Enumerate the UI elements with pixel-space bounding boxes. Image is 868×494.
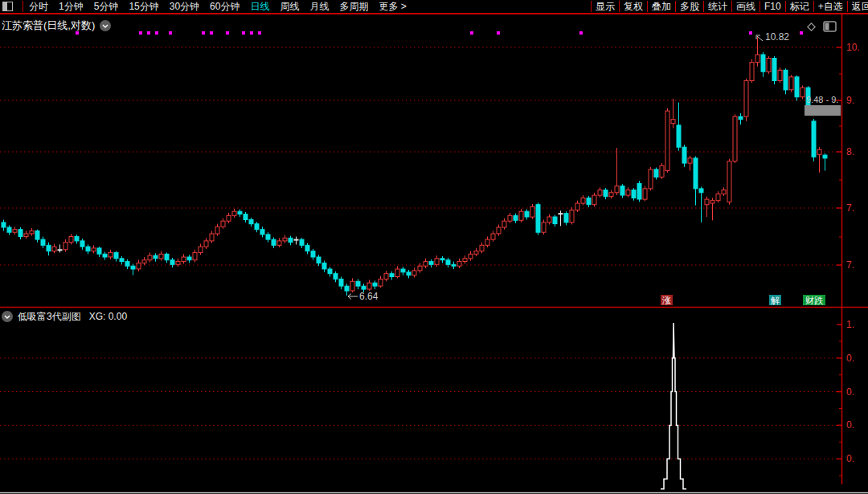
tools-menu-item[interactable]: F10: [760, 1, 785, 12]
signal-dot: [800, 31, 803, 35]
tools-menu-item[interactable]: 标记: [785, 1, 813, 12]
chart-corner-icons: [806, 21, 837, 32]
layout-split-icon-right[interactable]: [823, 21, 837, 32]
tools-menu-item[interactable]: 显示: [591, 1, 619, 12]
tools-menu-item[interactable]: 统计: [703, 1, 731, 12]
high-arrow: [757, 36, 763, 41]
period-menu-item[interactable]: 分时: [29, 1, 48, 12]
signal-dot: [242, 31, 245, 35]
chart-title-bar: 江苏索普(日线,对数): [2, 18, 111, 33]
tools-menu-item[interactable]: 叠加: [647, 1, 675, 12]
signal-dot: [210, 31, 213, 35]
period-menu-item[interactable]: 更多 >: [379, 1, 406, 12]
title-chevron-down-icon[interactable]: [100, 20, 111, 31]
sub-chart-header: 低吸富3代副图 XG: 0.00: [2, 310, 127, 323]
signal-dot: [202, 31, 205, 35]
signal-dot: [226, 31, 229, 35]
signal-dot: [749, 31, 752, 35]
signal-dot: [250, 31, 253, 35]
event-marker-label: 财跌: [805, 296, 824, 305]
indicator-name[interactable]: 低吸富3代副图: [18, 310, 81, 324]
tdx-window: { "menu_left": { "items": ["分时","1分钟","5…: [0, 0, 868, 494]
axis-label: 7.: [846, 202, 854, 214]
sub-axis-label: 0.: [846, 453, 854, 464]
tools-menu-item[interactable]: 返回: [847, 1, 868, 12]
tools-menu-item[interactable]: 多股: [675, 1, 703, 12]
tools-menu: 显示复权叠加多股统计画线F10标记+自选返回: [591, 0, 868, 13]
signal-dot: [147, 31, 150, 35]
axis-label: 10.: [846, 42, 860, 53]
period-menu-item[interactable]: 周线: [280, 1, 299, 12]
indicator-value: XG: 0.00: [89, 311, 127, 322]
gap-zone-box: [805, 105, 841, 116]
signal-dot: [258, 31, 261, 35]
event-marker-label: 解: [771, 296, 780, 305]
top-menu-bar: 分时1分钟5分钟15分钟30分钟60分钟日线周线月线多周期更多 > 显示复权叠加…: [0, 0, 868, 14]
gap-annotation-label: 9.48 - 9.: [806, 95, 838, 104]
period-menu-item[interactable]: 1分钟: [59, 1, 84, 12]
signal-dot: [470, 31, 473, 35]
signal-dot: [139, 31, 142, 35]
period-menu-item[interactable]: 30分钟: [170, 1, 199, 12]
sub-axis-label: 0.: [846, 386, 854, 398]
layout-split-icon[interactable]: [2, 2, 13, 11]
period-menu-item[interactable]: 日线: [250, 1, 269, 12]
stock-title[interactable]: 江苏索普(日线,对数): [2, 18, 95, 33]
sub-axis-label: 0.: [846, 419, 854, 431]
period-menu: 分时1分钟5分钟15分钟30分钟60分钟日线周线月线多周期更多 >: [23, 1, 407, 12]
period-menu-item[interactable]: 多周期: [339, 1, 368, 12]
tools-menu-item[interactable]: 复权: [619, 1, 647, 12]
period-menu-item[interactable]: 60分钟: [210, 1, 240, 12]
signal-dot: [169, 31, 172, 35]
low-annotation-label: 6.64: [359, 291, 379, 302]
tools-menu-item[interactable]: +自选: [813, 1, 847, 12]
axis-label: 9.: [846, 95, 854, 106]
signal-dot: [155, 31, 158, 35]
axis-label: 7.: [846, 259, 854, 271]
period-menu-item[interactable]: 5分钟: [94, 1, 119, 12]
signal-dot: [579, 31, 583, 35]
sub-axis-label: 0.: [846, 353, 854, 364]
axis-label: 8.: [846, 146, 854, 157]
high-annotation-label: 10.82: [765, 31, 789, 43]
period-menu-item[interactable]: 15分钟: [129, 1, 158, 12]
period-menu-item[interactable]: 月线: [309, 1, 329, 12]
signal-dot: [497, 31, 500, 35]
event-marker-label: 涨: [662, 296, 671, 305]
sub-chevron-down-icon[interactable]: [2, 311, 13, 322]
candlestick-series: [2, 36, 827, 296]
tools-menu-item[interactable]: 画线: [731, 1, 760, 12]
indicator-spike: [661, 323, 686, 489]
diamond-icon[interactable]: [806, 22, 817, 32]
chart-canvas[interactable]: 10.826.649.48 - 9.涨解财跌10.9.8.7.7.1.0.0.0…: [0, 0, 868, 494]
sub-axis-label: 1.: [846, 319, 854, 330]
